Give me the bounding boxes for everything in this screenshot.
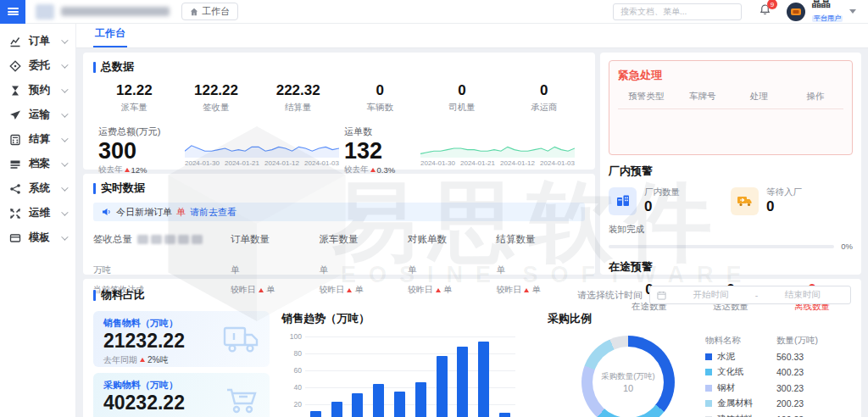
section-accent: [93, 183, 96, 194]
bar: [310, 411, 321, 417]
legend-row: 文化纸400.23: [705, 366, 824, 378]
notice-highlight: 单: [176, 206, 186, 219]
bar: [499, 413, 510, 417]
legend-header: 物料名称 数量(万吨): [705, 335, 824, 347]
enroute-warning-title: 在途预警: [609, 259, 853, 275]
stat-settled: 222.32结算量: [257, 82, 339, 114]
stats-row: 12.22派车量 122.22签收量 222.32结算量 0车辆数 0司机量 0…: [93, 82, 585, 114]
notice-link[interactable]: 请前去查看: [190, 206, 236, 219]
realtime-col-signed: 签收总量 万吨 当前签收达成: [93, 233, 231, 296]
legend-swatch: [705, 369, 712, 375]
sidebar-item-orders[interactable]: 订单: [0, 29, 75, 53]
tab-bar: 工作台: [76, 24, 868, 48]
legend-value: 400.23: [776, 367, 824, 377]
bar: [373, 384, 384, 417]
bar: [478, 342, 489, 417]
pie-chart-title: 采购比例: [548, 311, 851, 326]
freight-sparkline-chart: 2024-01-302024-01-212024-01-122024-01-03: [185, 137, 339, 167]
chevron-down-icon: [61, 159, 68, 166]
stat-drivers: 0司机量: [421, 82, 504, 114]
sparkline-x-labels: 2024-01-302024-01-212024-01-122024-01-03: [185, 159, 339, 167]
legend-value: 560.33: [776, 352, 824, 362]
freight-total-block: 运费总额(万元) 300 较去年12% 2024-01-302024-01-21…: [93, 125, 339, 175]
breadcrumb[interactable]: 工作台: [181, 3, 238, 20]
y-tick-label: 80: [281, 349, 302, 358]
chevron-down-icon: [61, 36, 68, 43]
progress-label: 装卸完成: [609, 224, 853, 236]
chevron-down-icon[interactable]: [849, 9, 856, 14]
material-ratio-panel: 物料占比 请选择统计时间 开始时间 - 结束时间 销售: [83, 279, 861, 417]
stat-vehicles: 0车辆数: [339, 82, 421, 114]
sparkline-date-label: 2024-01-30: [420, 159, 455, 167]
app-logo: [36, 4, 54, 19]
urgent-title: 紧急处理: [618, 68, 843, 83]
section-title: 实时数据: [101, 181, 145, 196]
donut-center-label: 采购数量(万吨): [601, 371, 654, 382]
app-logo-text: [61, 7, 170, 16]
sales-material-card: 销售物料（万吨） 21232.22 去年同期2%吨: [93, 311, 270, 367]
bar: [415, 382, 426, 417]
bars-container: [305, 336, 515, 417]
paper-plane-icon: [9, 109, 21, 121]
hourglass-icon: [9, 85, 21, 97]
triangle-up-icon: [524, 288, 529, 292]
avatar[interactable]: [787, 3, 805, 21]
realtime-col-dispatch: 派车数量 单 较昨日单: [319, 233, 408, 296]
notifications-button[interactable]: 9: [759, 3, 771, 19]
archive-icon: [9, 158, 21, 170]
legend-row: 钢材300.23: [705, 382, 824, 394]
y-tick-label: 60: [281, 366, 302, 375]
end-date-placeholder: 结束时间: [761, 289, 843, 301]
total-data-panel: 总数据 12.22派车量 122.22签收量 222.32结算量 0车辆数 0司…: [83, 53, 595, 170]
legend-swatch: [705, 400, 712, 407]
user-menu[interactable]: 晶晶 平台用户: [812, 0, 843, 24]
urgent-table-header: 预警类型车牌号处理操作: [618, 91, 843, 109]
date-range-picker[interactable]: 开始时间 - 结束时间: [649, 286, 851, 304]
sidebar-item-settlement[interactable]: 结算: [0, 127, 75, 152]
purchase-ratio-donut-chart: 采购数量(万吨) 10: [581, 336, 675, 417]
chevron-down-icon: [61, 208, 68, 215]
legend-row: 建筑材料100.23: [705, 414, 824, 417]
donut-center: 采购数量(万吨) 10: [593, 347, 664, 417]
legend-row: 金属材料200.23: [705, 398, 824, 409]
sidebar-item-delegation[interactable]: 委托: [0, 53, 75, 78]
sidebar-item-system[interactable]: 系统: [0, 176, 75, 201]
sidebar-item-appointment[interactable]: 预约: [0, 78, 75, 103]
cart-icon: [222, 385, 261, 417]
home-icon: [190, 8, 198, 16]
diamond-icon: [9, 60, 21, 72]
legend-value: 100.23: [776, 414, 824, 417]
menu-toggle-button[interactable]: [0, 0, 25, 24]
tab-workbench[interactable]: 工作台: [93, 24, 127, 47]
realtime-col-reconcile: 对账单数 单 较昨日单: [408, 233, 497, 296]
main-area: 工作台 总数据 12.22派车量 122.22签收量 222.32结算量 0车辆…: [76, 24, 868, 417]
urgent-handling-card: 紧急处理 预警类型车牌号处理操作: [609, 60, 853, 155]
chevron-down-icon: [61, 86, 68, 92]
legend-swatch: [705, 385, 712, 392]
bar: [457, 347, 468, 417]
notice-text: 今日新增订单: [116, 206, 172, 219]
chevron-down-icon: [61, 184, 68, 191]
chevron-down-icon: [61, 110, 68, 117]
realtime-col-settle: 结算数量 单 较昨日单: [496, 233, 585, 296]
sidebar-item-template[interactable]: 模板: [0, 225, 75, 250]
triangle-up-icon: [140, 358, 145, 362]
redacted-value: [137, 235, 203, 244]
sidebar-item-archive[interactable]: 档案: [0, 152, 75, 176]
chevron-down-icon: [61, 61, 68, 68]
building-icon: [615, 193, 631, 208]
delivery-truck-icon: [222, 323, 261, 355]
sparkline-date-label: 2024-01-21: [460, 159, 495, 167]
stat-signed: 122.22签收量: [175, 82, 258, 114]
donut-center-value: 10: [623, 383, 633, 393]
purchase-material-card: 采购物料（万吨） 40232.22 去年同期10%吨: [93, 373, 270, 417]
triangle-up-icon: [370, 168, 376, 172]
sidebar-item-transport[interactable]: 运输: [0, 103, 75, 127]
user-role-badge: 平台用户: [812, 15, 843, 22]
line-chart-icon: [9, 36, 21, 47]
sparkline-date-label: 2024-01-03: [540, 159, 575, 167]
sidebar-item-ops[interactable]: 运维: [0, 201, 75, 225]
y-tick-label: 40: [281, 383, 302, 392]
search-input[interactable]: [613, 3, 742, 20]
section-title: 总数据: [101, 59, 134, 75]
